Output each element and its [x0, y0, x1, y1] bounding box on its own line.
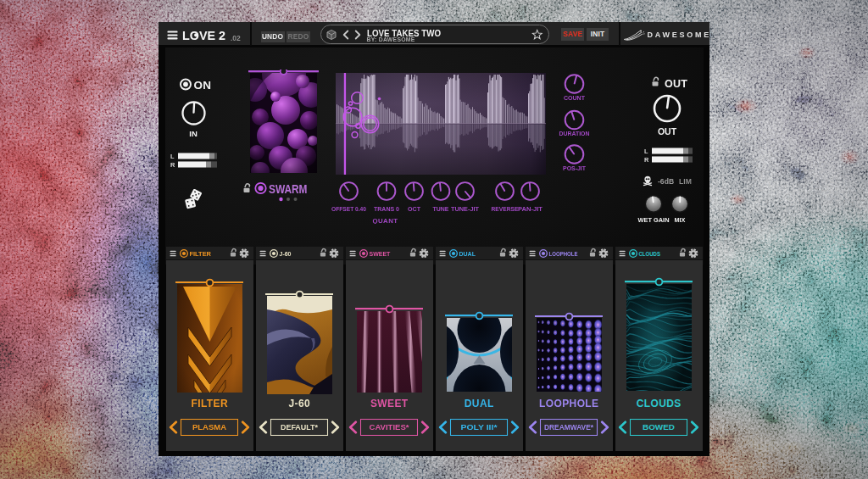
- svg-text:OUT: OUT: [657, 126, 676, 136]
- svg-text:DURATION: DURATION: [559, 130, 589, 137]
- svg-text:DEFAULT*: DEFAULT*: [281, 423, 319, 432]
- svg-text:LOVE 2: LOVE 2: [182, 28, 225, 42]
- svg-text:OUT: OUT: [665, 78, 687, 90]
- svg-text:L: L: [644, 148, 648, 154]
- svg-text:LOOPHOLE: LOOPHOLE: [549, 251, 578, 257]
- svg-text:COUNT: COUNT: [564, 94, 586, 102]
- svg-text:PAN-JIT: PAN-JIT: [518, 205, 543, 213]
- svg-text:R: R: [170, 161, 175, 168]
- svg-text:POLY III*: POLY III*: [461, 423, 498, 432]
- svg-text:CAVITIES*: CAVITIES*: [370, 423, 410, 432]
- svg-text:REVERSE: REVERSE: [491, 205, 518, 213]
- svg-text:CLOUDS: CLOUDS: [639, 251, 661, 257]
- svg-text:BOWED: BOWED: [643, 423, 675, 432]
- svg-text:L: L: [170, 153, 175, 159]
- svg-text:TUNE: TUNE: [432, 205, 448, 213]
- svg-text:DUAL: DUAL: [459, 251, 476, 257]
- svg-text:SWARM: SWARM: [269, 182, 308, 196]
- svg-text:R: R: [644, 156, 649, 163]
- svg-text:ON: ON: [193, 78, 211, 91]
- svg-text:OCT: OCT: [408, 205, 421, 213]
- svg-text:DREAMWAVE*: DREAMWAVE*: [544, 423, 594, 432]
- svg-text:POS-JIT: POS-JIT: [563, 164, 587, 172]
- svg-text:J-60: J-60: [280, 251, 292, 257]
- svg-text:PLASMA: PLASMA: [192, 423, 226, 432]
- svg-text:SWEET: SWEET: [370, 251, 392, 257]
- svg-text:QUANT: QUANT: [372, 217, 398, 225]
- svg-text:-6dB: -6dB: [658, 177, 674, 186]
- svg-text:WET GAIN: WET GAIN: [637, 216, 669, 224]
- svg-text:TRANS 0: TRANS 0: [374, 205, 399, 213]
- svg-text:MIX: MIX: [674, 216, 685, 224]
- svg-text:TUNE-JIT: TUNE-JIT: [451, 205, 480, 213]
- svg-text:OFFSET 0.40: OFFSET 0.40: [331, 205, 366, 213]
- svg-text:LIM: LIM: [679, 177, 692, 186]
- svg-text:FILTER: FILTER: [190, 251, 212, 257]
